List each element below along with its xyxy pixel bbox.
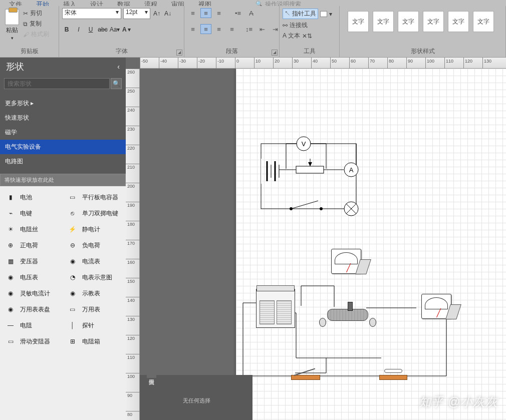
shape-item[interactable]: ◉示教表 — [63, 285, 125, 301]
shape-item[interactable]: ☀电阻丝 — [1, 221, 63, 237]
more-shapes[interactable]: 更多形状 ▸ — [0, 96, 126, 111]
grow-font-button[interactable]: A↑ — [152, 9, 161, 18]
align-top-right[interactable]: ≡ — [213, 8, 224, 18]
shape-item[interactable]: ◉灵敏电流计 — [1, 285, 63, 301]
shape-item[interactable]: ▭万用表 — [63, 301, 125, 317]
shape-item[interactable]: ◔电表示意图 — [63, 269, 125, 285]
align-top-left[interactable]: ≡ — [187, 8, 198, 18]
style-box-2[interactable]: 文字 — [398, 11, 419, 32]
battery-box-shape[interactable] — [256, 289, 295, 328]
svg-text:V: V — [302, 140, 306, 148]
quick-shapes-hint: 将快速形状放在此处 — [0, 174, 126, 186]
meter-shape-1[interactable] — [331, 249, 361, 274]
search-go-button[interactable]: 🔍 — [111, 78, 122, 89]
shape-item[interactable]: ◉电流表 — [63, 253, 125, 269]
style-box-1[interactable]: 文字 — [373, 11, 394, 32]
shape-item[interactable]: │探针 — [63, 317, 125, 333]
shape-item[interactable]: ⊖负电荷 — [63, 237, 125, 253]
strike-button[interactable]: abc — [98, 25, 107, 34]
resistor-shape[interactable] — [379, 369, 407, 380]
bullets-button[interactable]: •≡ — [232, 8, 243, 18]
shape-item[interactable]: ▮电池 — [1, 189, 63, 205]
format-painter-button: 🖌格式刷 — [23, 30, 49, 39]
collapse-pane-button[interactable]: ‹ — [117, 63, 120, 71]
style-box-3[interactable]: 文字 — [423, 11, 444, 32]
shape-item[interactable]: ⚡静电计 — [63, 221, 125, 237]
bold-button[interactable]: B — [62, 25, 71, 34]
ribbon-font: 宋体 ▾ 12pt ▾ A↑ A↓ B I U abc Aa▾ A▾ 字体 ◢ — [59, 6, 184, 57]
ribbon-clipboard: 粘贴▾ ✂剪切 ⧉复制 🖌格式刷 剪贴板 — [0, 6, 59, 57]
shape-item[interactable]: ▭滑动变阻器 — [1, 333, 63, 349]
clear-fmt-button[interactable]: A̶ — [245, 8, 257, 18]
shapes-title: 形状 — [6, 61, 24, 73]
case-button[interactable]: Aa▾ — [110, 25, 119, 34]
cut-button[interactable]: ✂剪切 — [23, 9, 49, 18]
shape-item[interactable]: ◉万用表表盘 — [1, 301, 63, 317]
category-2[interactable]: 电路图 — [0, 154, 126, 169]
quick-shapes[interactable]: 快速形状 — [0, 111, 126, 125]
align-left[interactable]: ≡ — [187, 24, 198, 34]
shapes-pane: 形状‹ 🔍 更多形状 ▸快速形状磁学电气实验设备电路图 将快速形状放在此处 ▮电… — [0, 58, 126, 420]
svg-text:A: A — [349, 166, 354, 174]
shape-search-input[interactable] — [4, 78, 110, 89]
inc-indent-button[interactable]: ⇥ — [270, 24, 281, 34]
underline-button[interactable]: U — [86, 25, 95, 34]
menu-bar: 文件开始插入设计数据流程审阅视图🔍操作说明搜索 — [0, 0, 506, 6]
shape-item[interactable]: —电阻 — [1, 317, 63, 333]
drawing-page[interactable]: V A — [236, 69, 506, 420]
meter-shape-2[interactable] — [421, 294, 451, 319]
group-label: 工具 — [283, 45, 336, 57]
pointer-tool-button[interactable]: ↖ 指针工具 — [283, 9, 318, 19]
ribbon-paragraph: ≡ ≡ ≡ •≡ A̶ ≡ ≡ ≡ ≡ ↕≡ ⇤ ⇥ 段落 ◢ — [184, 6, 280, 57]
svg-rect-12 — [296, 166, 324, 173]
vertical-ruler: 2602502402302202102001901801701601501401… — [126, 69, 140, 420]
group-label: 字体 — [62, 45, 181, 57]
align-justify[interactable]: ≡ — [226, 24, 237, 34]
shape-item[interactable]: ⊞电阻箱 — [63, 333, 125, 349]
style-box-4[interactable]: 文字 — [448, 11, 469, 32]
text-tool-button[interactable]: A 文本✕⇅ — [283, 31, 312, 41]
shape-palette: ▮电池▭平行板电容器⌁电键⎋单刀双掷电键☀电阻丝⚡静电计⊕正电荷⊖负电荷▦变压器… — [0, 186, 126, 420]
drawing-canvas[interactable]: V A — [140, 69, 506, 420]
rheostat-shape[interactable] — [320, 305, 375, 322]
canvas-area: -50-40-30-20-100102030405060708090100110… — [126, 58, 506, 420]
font-name-combo[interactable]: 宋体 ▾ — [62, 8, 121, 19]
shape-item[interactable]: ▦变压器 — [1, 253, 63, 269]
svg-marker-14 — [308, 162, 312, 166]
font-size-combo[interactable]: 12pt ▾ — [123, 8, 150, 19]
para-dialog-launcher[interactable]: ◢ — [272, 50, 278, 56]
font-dialog-launcher[interactable]: ◢ — [176, 50, 182, 56]
shape-item[interactable]: ⊕正电荷 — [1, 237, 63, 253]
paste-button[interactable]: 粘贴▾ — [3, 8, 21, 41]
category-1[interactable]: 电气实验设备 — [0, 140, 126, 154]
align-center[interactable]: ≡ — [200, 24, 211, 34]
selection-status: 无任何选择 — [183, 397, 210, 404]
switch-shape[interactable] — [291, 369, 320, 380]
shape-item[interactable]: ▭平行板电容器 — [63, 189, 125, 205]
ribbon-styles: 文字文字文字文字文字文字 形状样式 — [340, 6, 506, 57]
group-label: 剪贴板 — [3, 45, 56, 57]
workspace: 形状‹ 🔍 更多形状 ▸快速形状磁学电气实验设备电路图 将快速形状放在此处 ▮电… — [0, 58, 506, 420]
connector-tool-button[interactable]: ⚯连接线 — [283, 21, 308, 30]
shrink-font-button[interactable]: A↓ — [163, 9, 172, 18]
align-top-center[interactable]: ≡ — [200, 8, 211, 18]
svg-line-22 — [291, 201, 318, 209]
group-label: 段落 — [187, 45, 276, 57]
dec-indent-button[interactable]: ⇤ — [257, 24, 268, 34]
schematic-circuit[interactable]: V A — [251, 134, 381, 224]
svg-point-21 — [320, 207, 323, 210]
shape-item[interactable]: ◉电压表 — [1, 269, 63, 285]
align-right[interactable]: ≡ — [213, 24, 224, 34]
horizontal-ruler: -50-40-30-20-100102030405060708090100110… — [140, 58, 506, 69]
copy-button[interactable]: ⧉复制 — [23, 20, 49, 28]
italic-button[interactable]: I — [74, 25, 83, 34]
font-color-button[interactable]: A▾ — [122, 26, 131, 33]
outline-tab[interactable]: 大纲位置 — [147, 372, 156, 378]
category-0[interactable]: 磁学 — [0, 125, 126, 140]
style-box-0[interactable]: 文字 — [348, 11, 369, 32]
fill-swatch[interactable] — [320, 11, 327, 17]
style-box-5[interactable]: 文字 — [473, 11, 494, 32]
shape-item[interactable]: ⌁电键 — [1, 205, 63, 221]
shape-item[interactable]: ⎋单刀双掷电键 — [63, 205, 125, 221]
line-spacing-button[interactable]: ↕≡ — [243, 24, 255, 34]
